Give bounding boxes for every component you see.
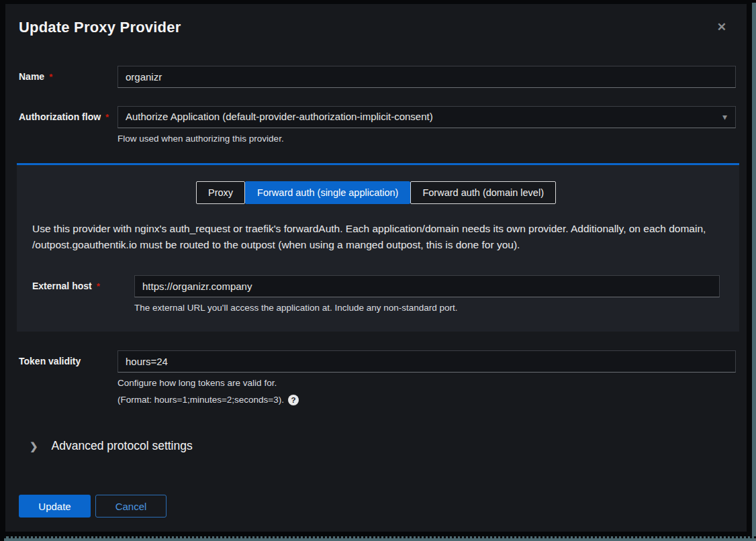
form-row-name: Name* [19, 66, 736, 88]
chevron-down-icon: ▾ [722, 111, 727, 122]
tab-proxy[interactable]: Proxy [196, 181, 245, 204]
authorization-flow-label: Authorization flow* [19, 106, 117, 122]
tab-forward-auth-single-application[interactable]: Forward auth (single application) [245, 181, 410, 204]
required-asterisk: * [105, 112, 109, 122]
authorization-flow-selected-value: Authorize Application (default-provider-… [126, 111, 433, 122]
required-asterisk: * [49, 72, 52, 82]
token-validity-help-line1: Configure how long tokens are valid for. [117, 377, 736, 389]
form-row-authorization-flow: Authorization flow* Authorize Applicatio… [19, 106, 736, 144]
external-host-input[interactable] [134, 275, 720, 297]
token-validity-help-line2: (Format: hours=1;minutes=2;seconds=3). ? [117, 393, 736, 407]
page-title: Update Proxy Provider [19, 19, 181, 36]
window-shadow-right [752, 3, 756, 541]
proxy-mode-toggle-group: Proxy Forward auth (single application) … [32, 181, 720, 204]
form-row-token-validity: Token validity Configure how long tokens… [19, 350, 736, 407]
authorization-flow-help: Flow used when authorizing this provider… [117, 133, 736, 144]
mode-description: Use this provider with nginx's auth_requ… [32, 221, 720, 253]
advanced-protocol-settings-label: Advanced protocol settings [52, 439, 193, 453]
authorization-flow-field: Authorize Application (default-provider-… [117, 106, 736, 144]
tab-forward-auth-domain-level[interactable]: Forward auth (domain level) [410, 181, 556, 204]
name-input[interactable] [117, 66, 736, 88]
token-validity-label: Token validity [19, 350, 117, 366]
external-host-label: External host* [32, 275, 134, 291]
token-validity-input[interactable] [117, 350, 736, 373]
name-label: Name* [19, 66, 117, 82]
update-button[interactable]: Update [19, 495, 91, 518]
screen: Update Proxy Provider ✕ Name* Authorizat… [0, 0, 756, 541]
external-host-field: The external URL you'll access the appli… [134, 275, 720, 313]
external-host-help: The external URL you'll access the appli… [134, 302, 720, 313]
token-validity-field: Configure how long tokens are valid for.… [117, 350, 736, 407]
window-shadow-bottom [4, 536, 756, 541]
authorization-flow-select[interactable]: Authorize Application (default-provider-… [117, 106, 736, 128]
advanced-protocol-settings-toggle[interactable]: ❯ Advanced protocol settings [19, 439, 736, 453]
modal-footer: Update Cancel [19, 495, 736, 518]
modal-body: Name* Authorization flow* Authorize Appl… [5, 66, 747, 518]
cancel-button[interactable]: Cancel [95, 495, 167, 518]
close-icon[interactable]: ✕ [713, 19, 730, 36]
modal-header: Update Proxy Provider ✕ [5, 4, 747, 36]
chevron-right-icon: ❯ [30, 440, 38, 452]
required-asterisk: * [97, 281, 100, 291]
proxy-mode-card: Proxy Forward auth (single application) … [17, 163, 739, 332]
update-proxy-provider-modal: Update Proxy Provider ✕ Name* Authorizat… [5, 4, 747, 532]
question-circle-icon[interactable]: ? [288, 395, 299, 405]
form-row-external-host: External host* The external URL you'll a… [32, 275, 720, 313]
